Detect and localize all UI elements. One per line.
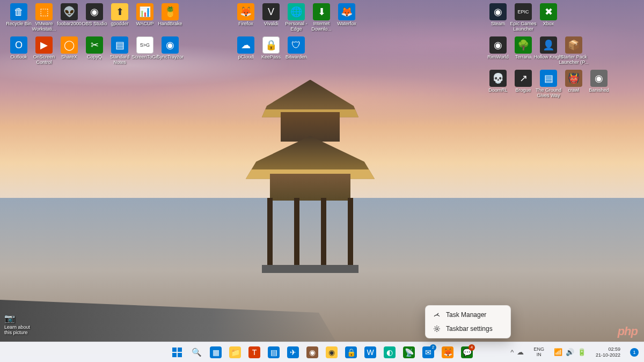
- svg-point-0: [436, 328, 438, 330]
- bitwarden-tb-icon: 🔒: [345, 346, 357, 358]
- chrome-icon: ◉: [326, 346, 338, 358]
- taskbar: 🔍▦📁T▤✈◉◉🔒W◐📡✉2🦊💬4 ^ ☁ ENG IN 📶 🔊 🔋 02:59…: [0, 342, 644, 362]
- screentogif-icon: S>G: [136, 36, 153, 54]
- bitwarden-icon: 🛡: [288, 36, 305, 54]
- idm-icon: ⬇: [313, 3, 330, 20]
- starterpack-icon: 📦: [565, 36, 582, 54]
- taskbar-feedly[interactable]: 📡: [400, 343, 418, 361]
- gear-icon: [433, 325, 441, 333]
- telegram-icon: ✈: [287, 346, 299, 358]
- banished-icon: ◉: [590, 70, 608, 87]
- learn-about-picture[interactable]: 📷 Learn about this picture: [4, 313, 30, 335]
- standardnotes-icon: ▤: [111, 36, 128, 54]
- firefox-label: Firefox: [238, 21, 253, 27]
- notification-badge: 1: [630, 348, 639, 357]
- handbrake-label: HandBrake: [158, 21, 182, 27]
- wacup-icon: 📊: [136, 3, 153, 20]
- battery-icon: 🔋: [577, 348, 586, 356]
- desktop-icon-xbox[interactable]: ✖Xbox: [532, 2, 565, 28]
- pcloud-icon: ☁: [237, 36, 254, 54]
- taskbar-todoist[interactable]: T: [245, 343, 264, 361]
- waterfox-icon: 🦊: [338, 3, 355, 20]
- desktop-icon-bitwarden[interactable]: 🛡Bitwarden: [280, 35, 313, 61]
- onscreen-icon: ▶: [35, 36, 53, 54]
- brogue-label: Brogue: [515, 88, 531, 93]
- taskbar-start[interactable]: [168, 343, 186, 361]
- taskbar-bitwarden-tb[interactable]: 🔒: [342, 343, 360, 361]
- edge-icon: 🌐: [288, 3, 305, 20]
- tray-overflow[interactable]: ^ ☁: [507, 344, 527, 360]
- taskbar-telegram[interactable]: ✈: [284, 343, 302, 361]
- firefox-icon: 🦊: [237, 3, 254, 20]
- ctx-task-manager[interactable]: Task Manager: [428, 308, 508, 322]
- camera-icon: 📷: [4, 313, 30, 323]
- desktop-icon-handbrake[interactable]: 🍍HandBrake: [153, 2, 187, 28]
- brogue-icon: ↗: [515, 70, 532, 87]
- crawl-label: crawl: [568, 88, 579, 93]
- keepass-label: KeePass: [261, 55, 281, 60]
- rimworld-label: RimWorld: [487, 55, 508, 60]
- outlook-label: Outlook: [10, 55, 27, 60]
- svg-rect-2: [178, 348, 182, 352]
- explorer-icon: 📁: [229, 346, 241, 358]
- synctrayzor-label: SyncTrayzor: [157, 55, 184, 60]
- doomrl-label: DoomRL: [488, 88, 508, 93]
- taskbar-firefox-tb[interactable]: 🦊: [438, 343, 457, 361]
- speed-icon: [433, 311, 441, 319]
- rimworld-icon: ◉: [489, 36, 507, 54]
- taskbar-search[interactable]: 🔍: [187, 343, 206, 361]
- clock[interactable]: 02:59 21-10-2022: [592, 344, 624, 360]
- desktop-icon-starterpack[interactable]: 📦Starter Pack Launcher (P...: [557, 35, 590, 67]
- waterfox-label: Waterfox: [337, 21, 356, 27]
- desktop-icon-waterfox[interactable]: 🦊Waterfox: [330, 2, 363, 28]
- foobar2000-icon: 👽: [61, 3, 78, 20]
- copyq-icon: ✂: [86, 36, 103, 54]
- bitwarden-label: Bitwarden: [286, 55, 307, 60]
- starterpack-label: Starter Pack Launcher (P...: [558, 55, 589, 65]
- taskbar-app1[interactable]: ◉: [303, 343, 321, 361]
- taskbar-explorer[interactable]: 📁: [226, 343, 244, 361]
- pcloud-label: pCloud: [238, 55, 254, 60]
- desktop-icon-banished[interactable]: ◉Banished: [582, 69, 616, 94]
- network-volume-battery[interactable]: 📶 🔊 🔋: [551, 344, 589, 360]
- steam-label: Steam: [491, 21, 505, 27]
- notes-icon: ▤: [268, 346, 280, 358]
- vivaldi-label: Vivaldi: [264, 21, 278, 27]
- taskview-icon: ▦: [210, 346, 222, 358]
- taskbar-chrome[interactable]: ◉: [323, 343, 341, 361]
- terraria-icon: 🌳: [515, 36, 532, 54]
- learn-line2: this picture: [4, 330, 30, 335]
- system-tray: ^ ☁ ENG IN 📶 🔊 🔋 02:59 21-10-2022 1: [507, 342, 642, 362]
- terraria-label: Terraria: [515, 55, 532, 60]
- taskbar-context-menu: Task ManagerTaskbar settings: [425, 305, 511, 338]
- obs-studio-icon: ◉: [86, 3, 103, 20]
- ctx-taskbar-settings-label: Taskbar settings: [446, 325, 493, 333]
- copyq-label: CopyQ: [87, 55, 102, 60]
- xbox-icon: ✖: [540, 3, 557, 20]
- taskbar-taskview[interactable]: ▦: [207, 343, 225, 361]
- taskbar-word[interactable]: W: [361, 343, 379, 361]
- svg-rect-4: [178, 353, 182, 357]
- volume-icon: 🔊: [566, 348, 574, 356]
- banished-label: Banished: [589, 88, 609, 93]
- language-switcher[interactable]: ENG IN: [530, 344, 547, 360]
- taskbar-app2[interactable]: ◐: [380, 343, 399, 361]
- doomrl-icon: 💀: [489, 70, 507, 87]
- vivaldi-icon: V: [262, 3, 280, 20]
- notifications[interactable]: 1: [627, 344, 642, 360]
- taskbar-mail[interactable]: ✉2: [419, 343, 437, 361]
- crawl-icon: 👹: [565, 70, 582, 87]
- onedrive-icon: ☁: [517, 348, 524, 356]
- ctx-taskbar-settings[interactable]: Taskbar settings: [428, 322, 508, 336]
- outlook-icon: O: [10, 36, 27, 54]
- taskbar-whatsapp[interactable]: 💬4: [458, 343, 476, 361]
- wifi-icon: 📶: [554, 348, 562, 356]
- vmware-icon: ⬚: [35, 3, 53, 20]
- gpodder-icon: ⬆: [111, 3, 128, 20]
- ctx-task-manager-label: Task Manager: [446, 311, 486, 319]
- taskbar-notes[interactable]: ▤: [265, 343, 283, 361]
- epic-icon: EPIC: [515, 3, 532, 20]
- desktop-icon-synctrayzor[interactable]: ◉SyncTrayzor: [153, 35, 187, 61]
- search-icon: 🔍: [192, 348, 202, 357]
- chevron-up-icon: ^: [510, 348, 514, 356]
